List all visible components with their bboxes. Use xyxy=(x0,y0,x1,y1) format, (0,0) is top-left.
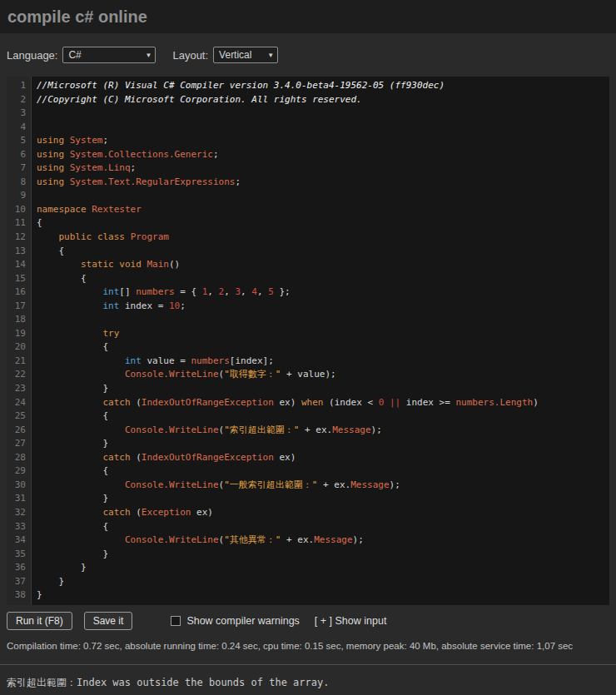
line-number: 20 xyxy=(10,340,26,355)
code-line[interactable]: { xyxy=(37,464,609,479)
code-token xyxy=(37,259,81,270)
language-label: Language: xyxy=(7,49,57,62)
code-token: "取得數字：" xyxy=(224,369,281,380)
code-line[interactable]: int index = 10; xyxy=(37,300,609,314)
code-line[interactable]: } xyxy=(37,561,609,575)
code-line[interactable] xyxy=(37,121,609,135)
code-token: ; xyxy=(213,149,219,160)
code-token: //Copyright (C) Microsoft Corporation. A… xyxy=(37,94,362,105)
line-number: 32 xyxy=(10,506,26,520)
code-line[interactable]: } xyxy=(37,548,609,562)
code-token xyxy=(37,507,102,518)
layout-select[interactable]: Vertical ▼ xyxy=(213,47,278,63)
line-number: 29 xyxy=(10,464,26,479)
code-token: catch xyxy=(102,452,130,463)
code-token: System.Text.RegularExpressions xyxy=(70,176,236,187)
code-token: int xyxy=(102,286,119,297)
code-token: index >= xyxy=(400,397,455,408)
code-line[interactable]: //Copyright (C) Microsoft Corporation. A… xyxy=(37,93,609,107)
code-token: using xyxy=(37,176,64,187)
code-token: ex) xyxy=(191,507,213,518)
code-token xyxy=(37,479,125,490)
code-line[interactable]: } xyxy=(37,382,609,396)
code-line[interactable]: { xyxy=(37,340,609,355)
code-line[interactable]: Console.WriteLine("索引超出範圍：" + ex.Message… xyxy=(37,424,609,438)
code-line[interactable] xyxy=(37,189,609,203)
code-line[interactable] xyxy=(37,313,609,327)
code-token: System.Linq xyxy=(70,162,131,173)
line-number: 26 xyxy=(10,424,26,438)
chevron-down-icon: ▼ xyxy=(267,52,274,59)
code-token xyxy=(384,397,390,408)
code-line[interactable]: } xyxy=(37,437,609,451)
code-token: } xyxy=(37,493,108,504)
code-token xyxy=(37,286,102,297)
code-line[interactable]: //Microsoft (R) Visual C# Compiler versi… xyxy=(37,79,609,93)
code-lines[interactable]: //Microsoft (R) Visual C# Compiler versi… xyxy=(32,77,609,605)
page-title: compile c# online xyxy=(7,7,147,27)
code-token: catch xyxy=(102,507,130,518)
code-token: when xyxy=(301,397,324,408)
status-line: Compilation time: 0.72 sec, absolute run… xyxy=(7,641,609,651)
code-line[interactable]: } xyxy=(37,492,609,506)
code-line[interactable]: } xyxy=(37,588,609,603)
code-token: value = xyxy=(142,355,191,366)
code-line[interactable]: try xyxy=(37,327,609,341)
code-token: = { xyxy=(175,286,202,297)
code-line[interactable]: public class Program xyxy=(37,231,609,245)
code-line[interactable]: } xyxy=(37,575,609,589)
code-line[interactable]: { xyxy=(37,410,609,424)
code-line[interactable]: using System.Linq; xyxy=(37,161,609,176)
compiler-warnings-label[interactable]: Show compiler warnings xyxy=(186,615,299,627)
code-line[interactable]: namespace Rextester xyxy=(37,203,609,217)
line-number: 33 xyxy=(10,520,26,534)
code-token: ; xyxy=(103,135,109,146)
code-line[interactable]: using System; xyxy=(37,134,609,148)
run-button[interactable]: Run it (F8) xyxy=(7,612,72,630)
code-line[interactable]: catch (IndexOutOfRangeException ex) xyxy=(37,451,609,465)
code-line[interactable]: using System.Collections.Generic; xyxy=(37,148,609,162)
code-line[interactable]: { xyxy=(37,520,609,534)
code-line[interactable]: static void Main() xyxy=(37,258,609,272)
code-line[interactable]: int value = numbers[index]; xyxy=(37,355,609,369)
compiler-warnings-checkbox[interactable] xyxy=(171,616,181,626)
code-editor[interactable]: 1234567891011121314151617181920212223242… xyxy=(7,77,609,605)
language-select-value: C# xyxy=(68,49,81,61)
code-line[interactable]: { xyxy=(37,245,609,259)
gutter: 1234567891011121314151617181920212223242… xyxy=(7,77,32,605)
code-line[interactable]: { xyxy=(37,272,609,286)
line-number: 19 xyxy=(10,327,26,341)
code-token: [] xyxy=(119,286,136,297)
code-line[interactable]: using System.Text.RegularExpressions; xyxy=(37,176,609,190)
line-number: 5 xyxy=(10,134,26,148)
code-token: [index]; xyxy=(230,355,274,366)
code-token: , xyxy=(257,286,268,297)
line-number: 2 xyxy=(10,93,26,107)
language-select[interactable]: C# ▼ xyxy=(62,47,156,63)
code-line[interactable]: Console.WriteLine("一般索引超出範圍：" + ex.Messa… xyxy=(37,479,609,493)
line-number: 22 xyxy=(10,368,26,382)
line-number: 21 xyxy=(10,355,26,369)
save-button[interactable]: Save it xyxy=(84,612,133,630)
code-token: { xyxy=(37,521,108,532)
layout-label: Layout: xyxy=(172,49,208,62)
show-input-toggle[interactable]: [ + ] Show input xyxy=(315,615,387,627)
page: compile c# online Language: C# ▼ Layout:… xyxy=(0,0,616,695)
line-number: 23 xyxy=(10,382,26,396)
code-line[interactable]: Console.WriteLine("其他異常：" + ex.Message); xyxy=(37,534,609,548)
code-line[interactable]: catch (Exception ex) xyxy=(37,506,609,520)
code-line[interactable]: catch (IndexOutOfRangeException ex) when… xyxy=(37,396,609,410)
code-token: ( xyxy=(131,452,142,463)
code-line[interactable]: int[] numbers = { 1, 2, 3, 4, 5 }; xyxy=(37,285,609,300)
code-token: } xyxy=(37,562,87,573)
program-output: 索引超出範圍：Index was outside the bounds of t… xyxy=(0,665,616,695)
code-line[interactable] xyxy=(37,107,609,121)
line-number: 31 xyxy=(10,492,26,506)
line-number: 3 xyxy=(10,107,26,121)
code-token: } xyxy=(37,576,64,587)
code-token: () xyxy=(169,259,180,270)
code-token: try xyxy=(102,328,119,339)
code-token xyxy=(92,231,97,242)
code-line[interactable]: Console.WriteLine("取得數字：" + value); xyxy=(37,368,609,382)
code-line[interactable]: { xyxy=(37,216,609,231)
